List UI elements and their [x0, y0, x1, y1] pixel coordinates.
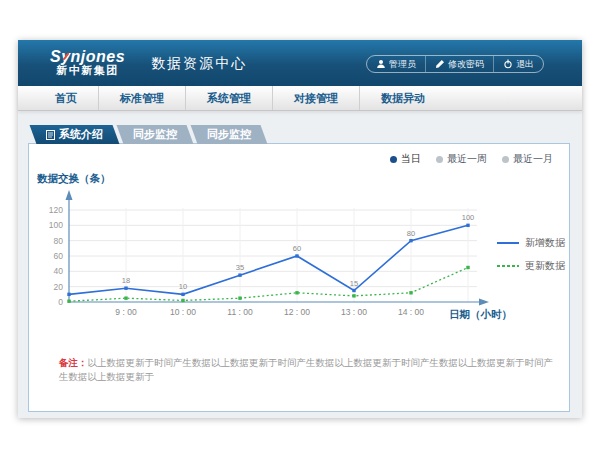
radio-dot-icon — [390, 156, 397, 163]
radio-dot-icon — [502, 156, 509, 163]
legend-item-updated-data[interactable]: 更新数据 — [497, 259, 565, 273]
svg-text:12 : 00: 12 : 00 — [284, 307, 310, 317]
change-password-button[interactable]: 修改密码 — [425, 56, 493, 72]
svg-text:18: 18 — [122, 276, 130, 285]
footnote: 备注：以上数据更新于时间产生数据以上数据更新于时间产生数据以上数据更新于时间产生… — [59, 356, 559, 384]
tab-label: 同步监控 — [207, 127, 251, 142]
app-window: Synjones 新中新集团 数据资源中心 管理员 修改密码 — [18, 40, 582, 418]
tab-system-intro[interactable]: 系统介绍 — [30, 125, 120, 144]
range-option-last-week[interactable]: 最近一周 — [436, 152, 487, 166]
radio-dot-icon — [436, 156, 443, 163]
tab-label: 系统介绍 — [59, 127, 103, 142]
logo-wordmark: Synjones — [50, 49, 125, 64]
svg-text:9 : 00: 9 : 00 — [115, 307, 137, 317]
footnote-text: 以上数据更新于时间产生数据以上数据更新于时间产生数据以上数据更新于时间产生数据以… — [59, 357, 553, 382]
chart-legend: 新增数据 更新数据 — [497, 236, 565, 273]
svg-text:11 : 00: 11 : 00 — [227, 307, 253, 317]
tab-label: 同步监控 — [133, 127, 177, 142]
main-nav: 首页 标准管理 系统管理 对接管理 数据异动 — [18, 86, 582, 111]
tab-bar: 系统介绍 同步监控 同步监控 — [33, 125, 268, 144]
svg-text:13 : 00: 13 : 00 — [341, 307, 367, 317]
svg-text:100: 100 — [49, 220, 63, 230]
user-icon — [376, 59, 386, 69]
tab-sync-monitor-2[interactable]: 同步监控 — [191, 125, 268, 144]
svg-text:80: 80 — [407, 229, 415, 238]
svg-text:120: 120 — [49, 205, 63, 215]
svg-text:20: 20 — [54, 282, 64, 292]
admin-user-button[interactable]: 管理员 — [367, 56, 425, 72]
svg-text:15: 15 — [350, 279, 358, 288]
logo-company-name: 新中新集团 — [50, 64, 125, 77]
line-swatch-solid — [497, 242, 519, 244]
nav-item-home[interactable]: 首页 — [34, 86, 98, 110]
legend-label: 新增数据 — [525, 236, 565, 250]
tab-sync-monitor-1[interactable]: 同步监控 — [117, 125, 194, 144]
legend-item-new-data[interactable]: 新增数据 — [497, 236, 565, 250]
power-icon — [503, 59, 513, 69]
svg-text:14 : 00: 14 : 00 — [398, 307, 424, 317]
svg-text:60: 60 — [293, 244, 301, 253]
line-swatch-dotted — [497, 265, 519, 267]
change-password-label: 修改密码 — [448, 58, 484, 71]
range-option-last-month[interactable]: 最近一月 — [502, 152, 553, 166]
nav-item-system-mgmt[interactable]: 系统管理 — [185, 86, 272, 110]
svg-text:60: 60 — [54, 251, 64, 261]
range-label: 最近一月 — [513, 152, 553, 166]
app-title: 数据资源中心 — [151, 55, 247, 73]
logout-button[interactable]: 退出 — [493, 56, 543, 72]
svg-text:10 : 00: 10 : 00 — [170, 307, 196, 317]
synjones-logo: Synjones 新中新集团 — [50, 49, 125, 77]
logout-label: 退出 — [516, 58, 534, 71]
data-exchange-line-chart: 0204060801001209 : 0010 : 0011 : 0012 : … — [29, 166, 571, 324]
nav-item-standard-mgmt[interactable]: 标准管理 — [98, 86, 185, 110]
range-label: 当日 — [401, 152, 421, 166]
user-menu: 管理员 修改密码 退出 — [366, 55, 544, 73]
svg-text:0: 0 — [58, 297, 63, 307]
page: Synjones 新中新集团 数据资源中心 管理员 修改密码 — [0, 0, 600, 450]
document-icon — [46, 130, 55, 140]
range-label: 最近一周 — [447, 152, 487, 166]
svg-text:40: 40 — [54, 266, 64, 276]
nav-item-interface-mgmt[interactable]: 对接管理 — [272, 86, 359, 110]
edit-icon — [435, 59, 445, 69]
svg-text:100: 100 — [462, 213, 475, 222]
app-header: Synjones 新中新集团 数据资源中心 管理员 修改密码 — [18, 40, 582, 86]
svg-text:数据交换（条）: 数据交换（条） — [36, 172, 111, 185]
legend-label: 更新数据 — [525, 259, 565, 273]
nav-item-data-change[interactable]: 数据异动 — [359, 86, 446, 110]
content-panel: 系统介绍 同步监控 同步监控 当日 最近一周 — [28, 143, 570, 412]
svg-text:80: 80 — [54, 236, 64, 246]
svg-text:35: 35 — [236, 263, 244, 272]
svg-text:10: 10 — [179, 282, 187, 291]
time-range-filter: 当日 最近一周 最近一月 — [390, 152, 553, 166]
admin-label: 管理员 — [389, 58, 416, 71]
svg-text:日期（小时）: 日期（小时） — [449, 308, 512, 321]
footnote-label: 备注： — [59, 357, 88, 368]
range-option-today[interactable]: 当日 — [390, 152, 421, 166]
